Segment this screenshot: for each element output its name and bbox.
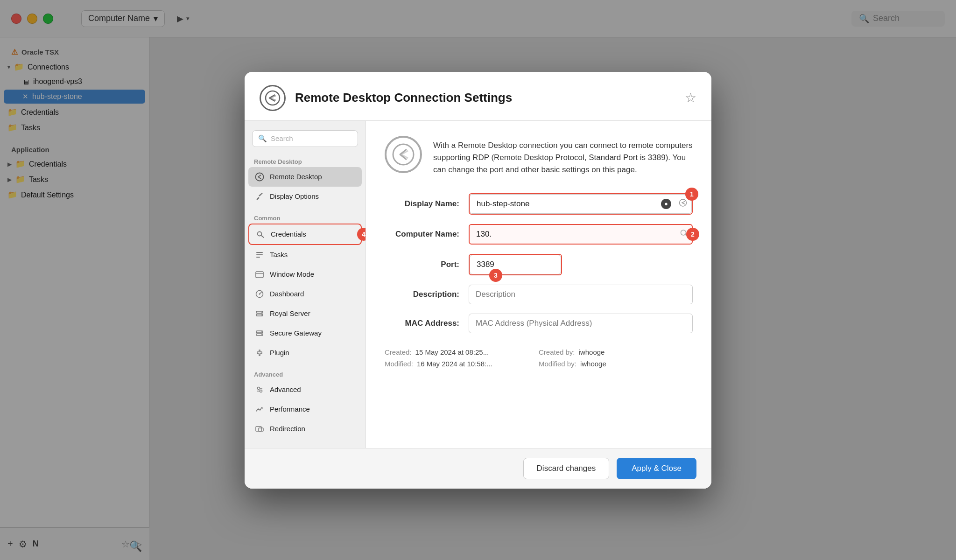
content-description: With a Remote Desktop connection you can…: [433, 136, 693, 176]
plugin-icon: [254, 347, 265, 358]
modal-header-icon: [260, 85, 286, 111]
svg-rect-9: [256, 272, 263, 278]
advanced-icon: [254, 384, 265, 395]
modal-nav-label-secure-gateway: Secure Gateway: [270, 329, 322, 337]
svg-line-5: [262, 236, 263, 237]
modal-star-button[interactable]: ☆: [685, 90, 696, 105]
svg-point-20: [261, 334, 262, 335]
modal-footer: Discard changes Apply & Close: [245, 448, 711, 489]
svg-point-12: [259, 293, 260, 294]
svg-point-27: [393, 144, 414, 165]
modal-nav-label-redirection: Redirection: [270, 425, 305, 433]
modal-dialog: Remote Desktop Connection Settings ☆ 🔍 S…: [245, 72, 711, 489]
svg-point-15: [261, 312, 262, 313]
form-row-computer-name: Computer Name:: [385, 224, 693, 245]
modal-nav-label-dashboard: Dashboard: [270, 290, 304, 298]
modal-nav-label-tasks: Tasks: [270, 251, 288, 259]
secure-gateway-icon: [254, 328, 265, 339]
content-intro: With a Remote Desktop connection you can…: [385, 136, 693, 176]
mac-address-input-wrap: [469, 314, 693, 333]
svg-point-29: [681, 230, 686, 235]
search-icon-modal: 🔍: [258, 134, 267, 143]
window-mode-icon: [254, 269, 265, 280]
display-name-input[interactable]: [470, 194, 692, 214]
dashboard-icon: [254, 288, 265, 300]
tasks-icon: [254, 249, 265, 260]
port-input-wrap: 3: [469, 254, 562, 275]
created-value: 15 May 2024 at 08:25...: [415, 348, 489, 356]
modal-overlay: Remote Desktop Connection Settings ☆ 🔍 S…: [0, 0, 956, 560]
port-input[interactable]: [470, 255, 561, 274]
form-row-description: Description:: [385, 285, 693, 304]
svg-point-19: [261, 331, 262, 332]
modal-nav-label-royal-server: Royal Server: [270, 309, 310, 317]
modal-nav-item-dashboard[interactable]: Dashboard: [245, 284, 366, 304]
computer-name-input-wrap: 2: [469, 224, 693, 245]
meta-modified-by: Modified by: iwhooge: [539, 360, 693, 368]
created-label: Created:: [385, 348, 412, 356]
modal-nav-item-secure-gateway[interactable]: Secure Gateway: [245, 323, 366, 343]
apply-close-button[interactable]: Apply & Close: [617, 458, 696, 479]
modal-nav-item-redirection[interactable]: Redirection: [245, 419, 366, 439]
mac-address-input[interactable]: [469, 314, 693, 333]
rdp-nav-icon: [254, 171, 265, 182]
badge-1: 1: [685, 188, 698, 201]
svg-point-1: [256, 173, 264, 181]
modal-nav-section-rdp: Remote Desktop: [245, 154, 366, 167]
modal-nav-section-common: Common: [245, 211, 366, 224]
modal-nav-label-credentials: Credentials: [271, 230, 306, 238]
badge-3: 3: [489, 269, 502, 282]
modal-nav-label-plugin: Plugin: [270, 349, 289, 357]
modal-nav: 🔍 Search Remote Desktop Remote Desktop: [245, 121, 366, 448]
form-row-mac: MAC Address:: [385, 314, 693, 333]
modal-nav-item-display-options[interactable]: Display Options: [245, 187, 366, 206]
modal-nav-item-tasks[interactable]: Tasks: [245, 245, 366, 265]
meta-created: Created: 15 May 2024 at 08:25...: [385, 348, 539, 356]
content-icon: [385, 136, 422, 173]
modal-search[interactable]: 🔍 Search: [252, 130, 358, 147]
modal-nav-item-credentials[interactable]: Credentials: [248, 224, 362, 245]
modal-nav-item-royal-server[interactable]: Royal Server: [245, 304, 366, 323]
modal-nav-item-performance[interactable]: Performance: [245, 399, 366, 419]
display-name-label: Display Name:: [385, 199, 469, 209]
svg-rect-6: [256, 252, 263, 253]
svg-rect-7: [256, 254, 263, 255]
content-rdp-icon: [392, 143, 415, 166]
royal-server-icon: [254, 308, 265, 319]
svg-point-16: [261, 315, 262, 315]
modal-nav-item-window-mode[interactable]: Window Mode: [245, 265, 366, 284]
modal-title: Remote Desktop Connection Settings: [295, 91, 512, 105]
modal-content: With a Remote Desktop connection you can…: [366, 121, 711, 448]
metadata-section: Created: 15 May 2024 at 08:25... Created…: [385, 348, 693, 368]
mac-address-label: MAC Address:: [385, 319, 469, 328]
created-by-value: iwhooge: [579, 348, 605, 356]
svg-point-0: [266, 91, 280, 105]
description-label: Description:: [385, 290, 469, 299]
discard-changes-button[interactable]: Discard changes: [523, 458, 610, 479]
modified-label: Modified:: [385, 360, 413, 368]
svg-point-22: [258, 387, 260, 389]
svg-rect-26: [259, 428, 263, 431]
modal-nav-item-plugin[interactable]: Plugin: [245, 343, 366, 363]
modal-nav-label-window: Window Mode: [270, 270, 314, 278]
meta-created-by: Created by: iwhooge: [539, 348, 693, 356]
description-input-wrap: [469, 285, 693, 304]
display-name-clear-button[interactable]: ●: [661, 199, 671, 209]
svg-point-28: [680, 199, 687, 206]
svg-point-24: [260, 390, 262, 392]
performance-icon: [254, 404, 265, 415]
modified-by-value: iwhooge: [580, 360, 606, 368]
display-name-icon-button[interactable]: [679, 198, 687, 209]
key-icon: [255, 229, 266, 240]
search-placeholder-modal: Search: [271, 134, 293, 142]
description-input[interactable]: [469, 285, 693, 304]
modal-nav-section-advanced: Advanced: [245, 367, 366, 380]
modal-nav-item-advanced[interactable]: Advanced: [245, 380, 366, 399]
modal-nav-item-credentials-wrap: Credentials 4: [245, 224, 366, 245]
clear-x-icon: ●: [664, 201, 668, 207]
modified-by-label: Modified by:: [539, 360, 576, 368]
computer-name-input[interactable]: [469, 224, 693, 245]
rdp-logo-icon: [265, 90, 281, 106]
app-background: Computer Name ▾ ▶ ▾ 🔍 Search ⚠ Oracle TS…: [0, 0, 956, 560]
modal-nav-item-remote-desktop[interactable]: Remote Desktop: [248, 167, 362, 187]
